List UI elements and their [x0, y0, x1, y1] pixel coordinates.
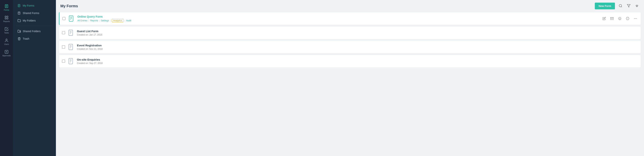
form-info-online-query: Online Query Form All Entries | Reports …	[77, 15, 602, 22]
nav-item-trash[interactable]: Trash	[14, 35, 54, 42]
form-link-settings[interactable]: Settings	[101, 19, 109, 22]
form-link-sep-1: |	[88, 19, 89, 22]
form-link-audit[interactable]: Audit	[126, 19, 131, 22]
nav-item-shared-folders[interactable]: Shared Folders	[14, 28, 54, 35]
svg-rect-24	[69, 16, 73, 21]
form-checkbox-event-registration[interactable]	[62, 45, 65, 48]
form-item-event-registration: Event Registration Created on: Nov 21, 2…	[59, 40, 641, 53]
form-icon-event-registration	[68, 44, 74, 50]
svg-point-33	[634, 18, 635, 19]
form-more-button[interactable]	[633, 16, 638, 21]
sidebar-item-reports[interactable]: Reports	[0, 13, 13, 25]
form-share-button[interactable]	[610, 16, 614, 21]
nav-divider	[16, 26, 53, 26]
sidebar-reports-label: Reports	[3, 20, 10, 22]
svg-point-8	[6, 39, 7, 40]
form-icon-online-query	[68, 15, 75, 22]
form-item-guest-list: Guest List Form Created on: Jan 17, 2019	[59, 26, 641, 39]
form-checkbox-guest-list[interactable]	[62, 31, 65, 34]
svg-rect-4	[5, 16, 6, 17]
edit-icon	[602, 17, 606, 20]
svg-rect-5	[7, 16, 8, 17]
nav-sidebar: My Forms Shared Forms My Folders Shared …	[13, 0, 56, 156]
refresh-icon	[618, 17, 622, 20]
form-link-reports[interactable]: Reports	[90, 19, 98, 22]
top-bar-actions: New Form	[595, 3, 640, 9]
sidebar-item-tasks[interactable]: Tasks	[0, 25, 13, 36]
svg-point-34	[635, 18, 636, 19]
form-link-sep-4: |	[124, 19, 125, 22]
filter-button[interactable]	[626, 3, 631, 9]
filter-icon	[627, 4, 630, 8]
sidebar-item-forms[interactable]: Forms	[0, 2, 13, 13]
form-icon-onsite-enquiries	[68, 58, 74, 64]
nav-item-my-forms[interactable]: My Forms	[14, 2, 54, 9]
form-name-online-query[interactable]: Online Query Form	[77, 15, 602, 18]
svg-point-19	[619, 4, 622, 7]
share-icon	[610, 17, 614, 20]
more-icon	[634, 17, 637, 20]
sidebar-item-approvals[interactable]: Approvals	[0, 47, 13, 59]
form-edit-button[interactable]	[602, 16, 606, 21]
form-info-guest-list: Guest List Form Created on: Jan 17, 2019	[77, 30, 638, 36]
form-link-all-entries[interactable]: All Entries	[77, 19, 88, 22]
nav-item-my-folders[interactable]: My Folders	[14, 17, 54, 24]
svg-point-29	[618, 17, 621, 20]
svg-rect-7	[7, 18, 8, 19]
form-meta-guest-list: Created on: Jan 17, 2019	[77, 33, 638, 36]
form-link-analytics[interactable]: Analytics	[112, 19, 123, 22]
form-link-sep-3: |	[110, 19, 111, 22]
form-info-button[interactable]	[625, 16, 630, 21]
sort-button[interactable]	[634, 3, 640, 9]
form-name-event-registration[interactable]: Event Registration	[77, 44, 638, 47]
form-actions-online-query	[602, 16, 638, 21]
form-item-onsite-enquiries: On-site Enquiries Created on: Sep 27, 20…	[59, 55, 641, 68]
nav-shared-forms-label: Shared Forms	[23, 12, 39, 15]
form-links-online-query: All Entries | Reports | Settings | Analy…	[77, 19, 602, 22]
form-checkbox-onsite-enquiries[interactable]	[62, 60, 65, 63]
nav-shared-folders-label: Shared Folders	[23, 30, 40, 33]
form-name-onsite-enquiries[interactable]: On-site Enquiries	[77, 58, 638, 61]
form-list: Online Query Form All Entries | Reports …	[56, 12, 644, 156]
form-info-event-registration: Event Registration Created on: Nov 21, 2…	[77, 44, 638, 50]
sidebar-tasks-label: Tasks	[4, 32, 9, 34]
form-meta-onsite-enquiries: Created on: Sep 27, 2018	[77, 62, 638, 64]
form-name-guest-list[interactable]: Guest List Form	[77, 30, 638, 33]
search-button[interactable]	[618, 3, 623, 9]
svg-rect-40	[69, 44, 73, 50]
page-title: My Forms	[60, 4, 78, 8]
sidebar-approvals-label: Approvals	[2, 55, 10, 57]
svg-point-18	[20, 31, 20, 32]
sidebar-users-label: Users	[4, 43, 9, 45]
svg-rect-6	[5, 18, 6, 19]
form-meta-event-registration: Created on: Nov 21, 2018	[77, 48, 638, 50]
main-content: My Forms New Form	[56, 0, 644, 156]
new-form-button[interactable]: New Form	[595, 3, 615, 9]
form-link-sep-2: |	[99, 19, 100, 22]
nav-trash-label: Trash	[23, 37, 29, 40]
sidebar-forms-label: Forms	[4, 9, 9, 11]
form-item-online-query: Online Query Form All Entries | Reports …	[59, 12, 641, 25]
svg-marker-21	[627, 4, 630, 7]
svg-rect-36	[69, 30, 73, 36]
sort-icon	[635, 4, 639, 8]
nav-my-forms-label: My Forms	[23, 4, 34, 7]
info-icon	[626, 17, 629, 20]
nav-item-shared-forms[interactable]: Shared Forms	[14, 10, 54, 17]
form-checkbox-online-query[interactable]	[62, 17, 66, 20]
sidebar-item-users[interactable]: Users	[0, 36, 13, 47]
nav-my-folders-label: My Folders	[23, 19, 36, 22]
svg-point-35	[636, 18, 637, 19]
svg-rect-44	[69, 58, 73, 64]
icon-sidebar: Forms Reports Tasks Users Approvals	[0, 0, 13, 156]
svg-line-20	[621, 6, 622, 7]
form-icon-guest-list	[68, 29, 74, 36]
search-icon	[619, 4, 622, 8]
form-refresh-button[interactable]	[617, 16, 622, 21]
form-info-onsite-enquiries: On-site Enquiries Created on: Sep 27, 20…	[77, 58, 638, 64]
top-bar: My Forms New Form	[56, 0, 644, 12]
